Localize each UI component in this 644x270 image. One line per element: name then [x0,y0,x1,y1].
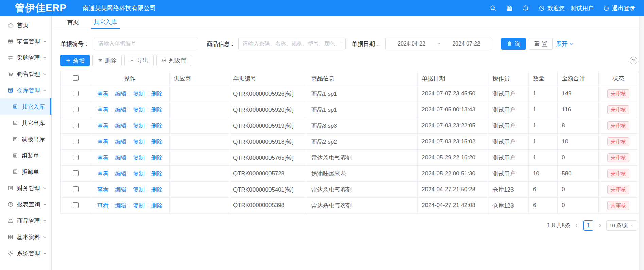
copy-link[interactable]: 复制 [133,90,145,98]
page-number-button[interactable]: 1 [583,220,593,231]
delete-link[interactable]: 删除 [151,202,163,210]
delete-button[interactable]: 删除 [92,55,122,66]
view-link[interactable]: 查看 [97,122,109,130]
delete-link[interactable]: 删除 [151,106,163,114]
export-button[interactable]: 导出 [124,55,154,66]
add-button[interactable]: 新增 [60,55,90,66]
row-checkbox[interactable] [73,170,79,176]
sidebar-item-goods[interactable]: 商品管理 [0,213,51,229]
tab-other-inbound[interactable]: 其它入库 [91,16,120,29]
copy-link[interactable]: 复制 [133,186,145,194]
row-checkbox[interactable] [73,139,79,144]
edit-link[interactable]: 编辑 [115,106,127,114]
edit-link[interactable]: 编辑 [115,170,127,178]
help-icon[interactable]: ? [630,57,637,64]
sidebar-item-home[interactable]: 首页 [0,17,51,33]
sidebar-item-assembly[interactable]: 组装单 [0,147,51,164]
sidebar-item-transfer-outbound[interactable]: 调拨出库 [0,131,51,147]
tab-home[interactable]: 首页 [65,16,82,29]
sidebar-item-warehouse[interactable]: 仓库管理 [0,82,51,98]
search-icon[interactable] [490,5,497,12]
document-icon [12,104,18,110]
sidebar-item-finance[interactable]: 财务管理 [0,180,51,196]
row-checkbox[interactable] [73,186,79,192]
cell-amount: 8 [558,118,599,134]
view-link[interactable]: 查看 [97,90,109,98]
table-row: 查看编辑复制删除 QTRK00000005765[转] 雷达杀虫气雾剂 2024… [61,150,638,166]
view-link[interactable]: 查看 [97,106,109,114]
cell-qty: 6 [529,198,558,214]
row-checkbox[interactable] [73,202,79,208]
select-all-checkbox[interactable] [73,75,79,81]
bank-icon[interactable] [506,5,513,12]
row-checkbox[interactable] [73,107,79,112]
page-size-select[interactable]: 10 条/页 [606,220,637,231]
delete-link[interactable]: 删除 [151,138,163,146]
logout-button[interactable]: 退出登录 [603,4,635,12]
edit-link[interactable]: 编辑 [115,154,127,162]
date-from[interactable]: 2024-04-22 [398,41,425,47]
app-logo[interactable]: 管伊佳ERP [15,1,67,15]
table-row: 查看编辑复制删除 QTRK00000005398 雷达杀虫气雾剂 2024-04… [61,198,638,214]
view-link[interactable]: 查看 [97,154,109,162]
delete-link[interactable]: 删除 [151,170,163,178]
col-header-qty: 数量 [529,71,558,86]
sidebar-item-other-inbound[interactable]: 其它入库 [0,98,51,115]
row-checkbox[interactable] [73,123,79,128]
copy-link[interactable]: 复制 [133,154,145,162]
date-range-picker[interactable]: 2024-04-22 ~ 2024-07-22 [385,38,492,50]
view-link[interactable]: 查看 [97,170,109,178]
expand-label: 展开 [556,40,568,48]
search-button[interactable]: 查询 [501,38,526,50]
sidebar-item-basic-data[interactable]: 基本资料 [0,229,51,245]
copy-link[interactable]: 复制 [133,106,145,114]
sidebar-item-other-outbound[interactable]: 其它出库 [0,115,51,131]
view-link[interactable]: 查看 [97,186,109,194]
chevron-down-icon [43,219,47,223]
bell-icon[interactable] [522,5,529,12]
logout-icon [603,5,609,11]
welcome-user[interactable]: 欢迎您，测试用户 [539,4,594,12]
sidebar-item-retail[interactable]: 零售管理 [0,33,51,50]
sidebar-item-sales[interactable]: 销售管理 [0,66,51,82]
edit-link[interactable]: 编辑 [115,90,127,98]
edit-link[interactable]: 编辑 [115,138,127,146]
edit-link[interactable]: 编辑 [115,122,127,130]
delete-link[interactable]: 删除 [151,186,163,194]
sidebar-item-reports[interactable]: 报表查询 [0,196,51,213]
export-button-label: 导出 [137,57,149,65]
page-scrollbar[interactable] [639,16,644,270]
welcome-text: 欢迎您，测试用户 [547,4,594,12]
copy-link[interactable]: 复制 [133,202,145,210]
home-icon [7,22,14,28]
delete-link[interactable]: 删除 [151,90,163,98]
cell-amount: 0 [558,198,599,214]
row-checkbox[interactable] [73,91,79,96]
next-page-icon[interactable] [597,223,602,228]
copy-link[interactable]: 复制 [133,170,145,178]
edit-link[interactable]: 编辑 [115,186,127,194]
copy-link[interactable]: 复制 [133,122,145,130]
delete-link[interactable]: 删除 [151,154,163,162]
product-info-input[interactable] [238,38,346,50]
row-checkbox[interactable] [73,155,79,160]
status-badge: 未审核 [607,137,629,146]
sidebar-item-disassembly[interactable]: 拆卸单 [0,164,51,180]
cell-supplier [170,86,229,102]
column-settings-button[interactable]: 列设置 [156,55,191,66]
delete-link[interactable]: 删除 [151,122,163,130]
order-no-input[interactable] [94,38,198,50]
sidebar-item-label: 商品管理 [17,217,40,225]
expand-toggle[interactable]: 展开 [556,40,573,48]
edit-link[interactable]: 编辑 [115,202,127,210]
view-link[interactable]: 查看 [97,202,109,210]
date-to[interactable]: 2024-07-22 [452,41,480,47]
reset-button[interactable]: 重置 [529,38,553,50]
cell-qty: 1 [529,102,558,118]
sidebar-item-purchase[interactable]: 采购管理 [0,50,51,66]
sidebar-item-system[interactable]: 系统管理 [0,245,51,262]
view-link[interactable]: 查看 [97,138,109,146]
copy-link[interactable]: 复制 [133,138,145,146]
prev-page-icon[interactable] [574,223,579,228]
cell-qty: 10 [529,166,558,182]
